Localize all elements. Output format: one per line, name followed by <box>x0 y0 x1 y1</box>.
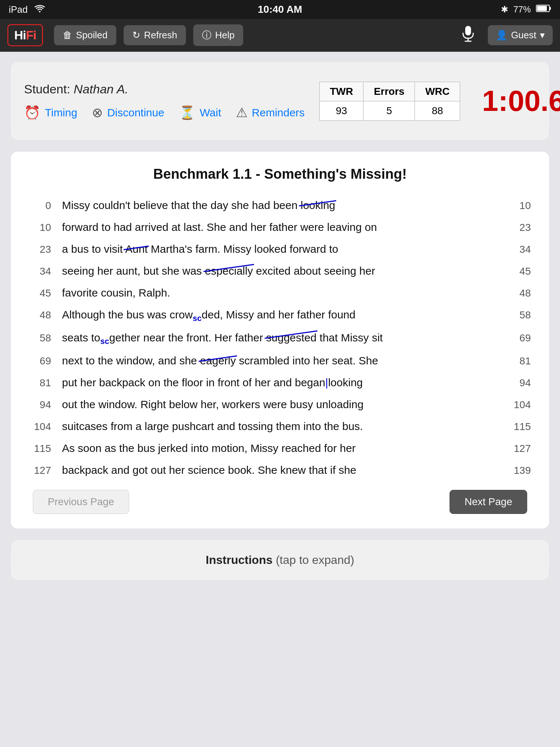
wait-label: Wait <box>200 107 221 119</box>
line-num-right: 48 <box>502 287 531 299</box>
text-row: 104 suitcases from a large pushcart and … <box>29 418 531 435</box>
line-num-right: 94 <box>502 377 531 389</box>
line-num-right: 34 <box>502 244 531 255</box>
x-circle-icon: ⊗ <box>92 105 103 120</box>
warning-icon: ⚠ <box>236 105 248 120</box>
status-time: 10:40 AM <box>258 4 302 15</box>
line-num-left: 23 <box>29 244 62 255</box>
strikethrough-annotation: eagerly <box>200 355 236 367</box>
strikethrough-annotation: Aunt <box>125 243 148 255</box>
errors-header: Errors <box>363 82 415 101</box>
stats-table: TWR Errors WRC 93 5 88 <box>319 82 460 121</box>
line-num-left: 48 <box>29 309 62 321</box>
student-info: Student: Nathan A. ⏰ Timing ⊗ Discontinu… <box>24 82 305 120</box>
wrc-header: WRC <box>415 82 460 101</box>
reading-title: Benchmark 1.1 - Something's Missing! <box>29 166 531 182</box>
line-text: out the window. Right below her, workers… <box>62 396 502 413</box>
strikethrough-annotation: looking <box>300 199 335 211</box>
clock-icon: ⏰ <box>24 105 40 120</box>
help-button[interactable]: ⓘ Help <box>193 24 243 46</box>
student-panel: Student: Nathan A. ⏰ Timing ⊗ Discontinu… <box>11 62 549 140</box>
pagination: Previous Page Next Page <box>29 490 531 514</box>
wifi-icon <box>34 4 45 15</box>
line-num-right: 104 <box>502 399 531 411</box>
wrc-value: 88 <box>415 101 460 120</box>
line-text: put her backpack on the floor in front o… <box>62 374 502 391</box>
trash-icon: 🗑 <box>63 30 72 41</box>
help-icon: ⓘ <box>202 29 211 42</box>
text-row: 115 As soon as the bus jerked into motio… <box>29 440 531 457</box>
line-num-right: 127 <box>502 443 531 454</box>
nav-bar: HiFi 🗑 Spoiled ↻ Refresh ⓘ Help 👤 Guest … <box>0 19 560 52</box>
student-name: Student: Nathan A. <box>24 82 305 96</box>
instructions-title: Instructions <box>206 553 272 566</box>
text-row: 81 put her backpack on the floor in fron… <box>29 374 531 391</box>
line-num-left: 81 <box>29 377 62 389</box>
battery-icon <box>536 4 551 15</box>
sc-annotation: sc <box>193 314 202 323</box>
errors-value: 5 <box>363 101 415 120</box>
svg-rect-2 <box>549 7 551 10</box>
line-num-right: 115 <box>502 421 531 433</box>
line-text: backpack and got out her science book. S… <box>62 461 502 479</box>
refresh-button[interactable]: ↻ Refresh <box>124 25 186 45</box>
status-bar: iPad 10:40 AM ✱ 77% <box>0 0 560 19</box>
line-text: forward to had arrived at last. She and … <box>62 218 502 236</box>
student-name-value: Nathan A. <box>74 82 128 96</box>
timer-display: 1:00.6 <box>482 84 548 118</box>
line-num-left: 127 <box>29 465 62 476</box>
sc-annotation: sc <box>100 337 109 346</box>
bluetooth-icon: ✱ <box>501 4 508 15</box>
line-text: Missy couldn't believe that the day she … <box>62 197 502 214</box>
cursor-mark: | <box>325 376 328 388</box>
discontinue-link[interactable]: ⊗ Discontinue <box>92 105 164 120</box>
text-row: 0 Missy couldn't believe that the day sh… <box>29 197 531 214</box>
text-row: 10 forward to had arrived at last. She a… <box>29 218 531 236</box>
refresh-icon: ↻ <box>132 30 140 41</box>
svg-point-0 <box>39 11 40 12</box>
line-text: next to the window, and she eagerly scra… <box>62 352 502 369</box>
guest-label: Guest <box>511 30 536 41</box>
line-num-left: 94 <box>29 399 62 411</box>
student-actions: ⏰ Timing ⊗ Discontinue ⏳ Wait ⚠ Reminder… <box>24 105 305 120</box>
reminders-link[interactable]: ⚠ Reminders <box>236 105 305 120</box>
timing-link[interactable]: ⏰ Timing <box>24 105 77 120</box>
hourglass-icon: ⏳ <box>179 105 195 120</box>
chevron-down-icon: ▾ <box>540 30 545 41</box>
spoiled-label: Spoiled <box>76 30 108 41</box>
line-text: a bus to visit Aunt Martha's farm. Missy… <box>62 240 502 258</box>
refresh-label: Refresh <box>144 30 177 41</box>
twr-value: 93 <box>319 101 363 120</box>
text-row: 48 Although the bus was crowscded, Missy… <box>29 306 531 325</box>
line-text: favorite cousin, Ralph. <box>62 284 502 302</box>
twr-header: TWR <box>319 82 363 101</box>
text-row: 34 seeing her aunt, but she was especial… <box>29 262 531 280</box>
line-num-right: 10 <box>502 200 531 212</box>
main-content: Student: Nathan A. ⏰ Timing ⊗ Discontinu… <box>0 52 560 590</box>
instructions-panel[interactable]: Instructions (tap to expand) <box>11 540 549 580</box>
next-page-button[interactable]: Next Page <box>450 490 527 514</box>
guest-button[interactable]: 👤 Guest ▾ <box>488 25 553 45</box>
help-label: Help <box>215 30 234 41</box>
line-text: suitcases from a large pushcart and toss… <box>62 418 502 435</box>
line-num-left: 58 <box>29 332 62 344</box>
mic-button[interactable] <box>456 22 481 48</box>
text-row: 94 out the window. Right below her, work… <box>29 396 531 413</box>
line-num-right: 58 <box>502 309 531 321</box>
svg-rect-3 <box>537 6 547 11</box>
wait-link[interactable]: ⏳ Wait <box>179 105 221 120</box>
text-row: 45 favorite cousin, Ralph. 48 <box>29 284 531 302</box>
line-num-left: 45 <box>29 287 62 299</box>
previous-page-button[interactable]: Previous Page <box>33 490 129 514</box>
battery-label: 77% <box>513 4 531 15</box>
reading-panel: Benchmark 1.1 - Something's Missing! 0 M… <box>11 152 549 529</box>
line-num-right: 23 <box>502 222 531 233</box>
line-text: As soon as the bus jerked into motion, M… <box>62 440 502 457</box>
spoiled-button[interactable]: 🗑 Spoiled <box>54 25 116 45</box>
line-num-right: 45 <box>502 266 531 277</box>
reminders-label: Reminders <box>252 107 305 119</box>
status-left: iPad <box>9 4 45 15</box>
text-row: 69 next to the window, and she eagerly s… <box>29 352 531 369</box>
text-row: 58 seats toscgether near the front. Her … <box>29 329 531 348</box>
timing-label: Timing <box>45 107 77 119</box>
